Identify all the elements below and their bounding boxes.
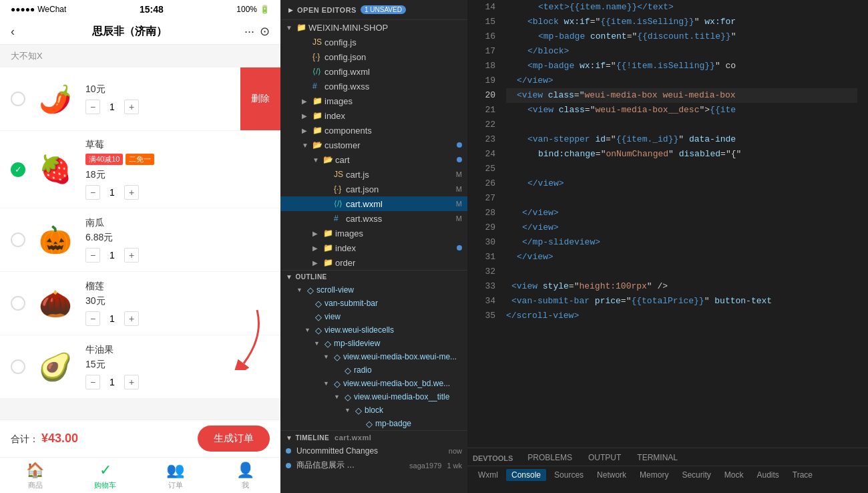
- folder-icon-index1: 📁: [312, 111, 324, 120]
- status-bar: ●●●●● WeChat 15:48 100% 🔋: [0, 0, 280, 19]
- code-area[interactable]: <text>{{item.name}}</text> <block wx:if=…: [501, 0, 868, 448]
- tab-item-order[interactable]: 👥 订单: [140, 462, 210, 490]
- record-icon[interactable]: ⊙: [260, 24, 270, 39]
- devtools-tabs-row: DEVTOOLS PROBLEMS OUTPUT TERMINAL: [467, 448, 868, 466]
- folder-customer[interactable]: ▼ 📂 customer: [280, 138, 467, 152]
- devtools-subtab-security[interactable]: Security: [676, 469, 716, 481]
- devtools-subtab-memory[interactable]: Memory: [634, 469, 674, 481]
- item-checkbox-5[interactable]: [11, 359, 25, 374]
- outline-media-box[interactable]: ▼ ◇ view.weui-media-box.weui-me...: [280, 350, 467, 363]
- item-checkbox-2[interactable]: ✓: [11, 162, 25, 177]
- outline-van-submit-bar[interactable]: ◇ van-submit-bar: [280, 297, 467, 310]
- outline-media-box-title[interactable]: ▼ ◇ view.weui-media-box__title: [280, 390, 467, 403]
- item-checkbox-3[interactable]: [11, 232, 25, 247]
- file-config-wxss[interactable]: # config.wxss: [280, 79, 467, 94]
- stepper-plus-3[interactable]: +: [124, 248, 139, 263]
- file-config-wxml[interactable]: ⟨/⟩ config.wxml: [280, 64, 467, 79]
- stepper-plus-4[interactable]: +: [124, 311, 139, 326]
- file-config-json[interactable]: {·} config.json: [280, 49, 467, 64]
- item-price-3: 6.88元: [85, 232, 270, 244]
- outline-radio[interactable]: ◇ radio: [280, 363, 467, 377]
- devtools-subtab-network[interactable]: Network: [592, 469, 632, 481]
- folder-label-index2: index: [335, 243, 457, 253]
- tab-order-icon: 👥: [166, 462, 184, 479]
- timeline-item-saga: 商品信息展示 … saga1979 1 wk: [280, 458, 467, 473]
- code-line-34: <van-submit-bar price="{{totalPrice}}" b…: [506, 294, 857, 309]
- tab-bar: 🏠 商品 ✓ 购物车 👥 订单 👤 我: [0, 457, 280, 493]
- delete-btn-1[interactable]: 删除: [240, 67, 280, 130]
- folder-index-1[interactable]: ▶ 📁 index: [280, 108, 467, 123]
- file-config-js[interactable]: JS config.js: [280, 35, 467, 49]
- timeline-section-header[interactable]: ▼ TIMELINE cart.wxml: [280, 430, 467, 444]
- item-stepper-5: − 1 +: [85, 375, 270, 389]
- code-line-19: </view>: [506, 73, 857, 88]
- line-num-25: 25: [478, 162, 495, 176]
- more-icon[interactable]: ···: [244, 25, 254, 39]
- index2-badge: [457, 245, 462, 251]
- file-cart-wxml[interactable]: ⟨/⟩ cart.wxml M: [280, 196, 467, 211]
- folder-arrow-icon: ▶: [302, 112, 312, 120]
- outline-slidecells[interactable]: ▼ ◇ view.weui-slidecells: [280, 323, 467, 337]
- folder-components[interactable]: ▶ 📁 components: [280, 123, 467, 138]
- file-cart-wxss[interactable]: # cart.wxss M: [280, 211, 467, 226]
- item-stepper-3: − 1 +: [85, 248, 270, 263]
- devtools-subtab-audits[interactable]: Audits: [751, 469, 784, 481]
- stepper-minus-4[interactable]: −: [85, 311, 100, 326]
- devtools-subtab-wxml[interactable]: Wxml: [473, 469, 503, 481]
- line-num-26: 26: [478, 176, 495, 191]
- project-root[interactable]: ▼ 📁 WEIXIN-MINI-SHOP: [280, 20, 467, 35]
- item-checkbox-4[interactable]: [11, 296, 25, 311]
- file-cart-json[interactable]: {·} cart.json M: [280, 182, 467, 196]
- item-info-1: 10元 − 1 +: [85, 84, 230, 114]
- devtools-subtab-trace[interactable]: Trace: [787, 469, 818, 481]
- folder-images-1[interactable]: ▶ 📁 images: [280, 94, 467, 108]
- code-line-25: [506, 162, 857, 176]
- outline-mp-slideview[interactable]: ▼ ◇ mp-slideview: [280, 337, 467, 350]
- stepper-plus-2[interactable]: +: [124, 185, 139, 200]
- item-checkbox-1[interactable]: [11, 92, 25, 106]
- tab-item-cart[interactable]: ✓ 购物车: [70, 462, 140, 490]
- stepper-minus-1[interactable]: −: [85, 100, 100, 114]
- tab-item-goods[interactable]: 🏠 商品: [0, 462, 70, 490]
- folder-cart[interactable]: ▼ 📂 cart: [280, 152, 467, 167]
- outline-scroll-view[interactable]: ▼ ◇ scroll-view: [280, 283, 467, 297]
- tab-item-me[interactable]: 👤 我: [210, 462, 280, 490]
- outline-block[interactable]: ▼ ◇ block: [280, 403, 467, 417]
- json-file-icon: {·}: [312, 52, 324, 61]
- outline-media-box-bd[interactable]: ▼ ◇ view.weui-media-box_bd.we...: [280, 377, 467, 390]
- outline-icon-submit: ◇: [315, 299, 322, 309]
- stepper-minus-3[interactable]: −: [85, 248, 100, 263]
- devtools-tab-output[interactable]: OUTPUT: [582, 451, 628, 466]
- outline-label-block: block: [365, 405, 383, 415]
- project-name-label: WEIXIN-MINI-SHOP: [308, 23, 467, 33]
- devtools-subtab-mock[interactable]: Mock: [719, 469, 749, 481]
- outline-section-header[interactable]: ▼ OUTLINE: [280, 270, 467, 283]
- timeline-msg-saga: 商品信息展示 …: [296, 460, 404, 471]
- file-cart-js[interactable]: JS cart.js M: [280, 167, 467, 182]
- devtools-tab-terminal[interactable]: TERMINAL: [630, 451, 684, 466]
- line-num-22: 22: [478, 118, 495, 132]
- line-num-34: 34: [478, 294, 495, 309]
- nav-bar: ‹ 思辰非（济南） ··· ⊙: [0, 19, 280, 45]
- stepper-minus-5[interactable]: −: [85, 375, 100, 389]
- code-line-29: </view>: [506, 220, 857, 235]
- folder-label-customer: customer: [324, 140, 457, 150]
- outline-mp-badge[interactable]: ◇ mp-badge: [280, 417, 467, 430]
- stepper-minus-2[interactable]: −: [85, 185, 100, 200]
- outline-view[interactable]: ◇ view: [280, 310, 467, 323]
- folder-label-order: order: [335, 258, 467, 268]
- code-line-31: </view>: [506, 250, 857, 265]
- order-button[interactable]: 生成订单: [198, 426, 270, 452]
- folder-order[interactable]: ▶ 📁 order: [280, 255, 467, 270]
- devtools-subtab-console[interactable]: Console: [506, 469, 546, 481]
- devtools-subtab-sources[interactable]: Sources: [549, 469, 589, 481]
- devtools-tab-problems[interactable]: PROBLEMS: [521, 451, 579, 466]
- status-right: 100% 🔋: [236, 5, 270, 14]
- folder-images-2[interactable]: ▶ 📁 images: [280, 226, 467, 240]
- section-header: 大不知X: [0, 45, 280, 67]
- outline-label-title: view.weui-media-box__title: [354, 392, 449, 401]
- folder-index-2[interactable]: ▶ 📁 index: [280, 240, 467, 255]
- outline-icon-block: ◇: [355, 405, 362, 416]
- stepper-plus-1[interactable]: +: [124, 100, 139, 114]
- stepper-plus-5[interactable]: +: [124, 375, 139, 389]
